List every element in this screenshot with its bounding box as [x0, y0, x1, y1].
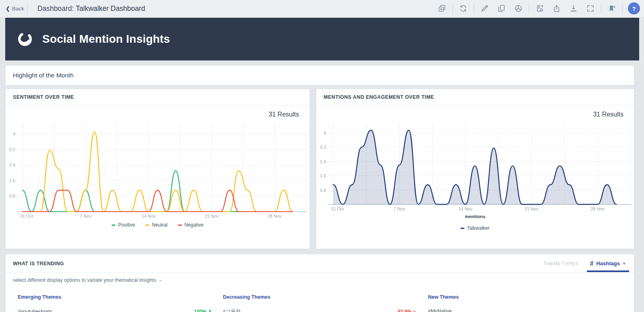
hashtags-selector-label: Hashtags [596, 260, 620, 266]
theme-change-value: 100%↗ [194, 308, 212, 312]
neutral-marker-icon [145, 225, 149, 226]
talkwalker-logo-icon [16, 30, 34, 48]
download-button[interactable] [565, 2, 582, 15]
trending-header: WHAT IS TRENDING THEME TYPES # Hashtags … [6, 254, 634, 273]
svg-text:7 Nov: 7 Nov [80, 214, 91, 218]
svg-text:21 Nov: 21 Nov [204, 214, 219, 218]
mentions-engagement-panel: MENTIONS AND ENGAGEMENT OVER TIME 31 Res… [316, 89, 634, 249]
highlight-of-month-card: Highlight of the Month [5, 65, 634, 85]
bookmark-button[interactable] [603, 2, 620, 15]
download-icon [569, 4, 578, 13]
divider [474, 3, 474, 14]
column-header: Emerging Themes [18, 294, 212, 300]
duplicate-dashboard-button[interactable] [433, 2, 450, 15]
mentions-axis-title: mentions [316, 214, 634, 219]
divider [622, 3, 623, 14]
divider [452, 3, 453, 14]
dashboard-banner: Social Mention Insights [5, 18, 639, 60]
list-item: #youtubeshorts 100%↗ [18, 308, 212, 312]
new-themes-column: New Themes #MyNative [428, 294, 622, 312]
svg-text:31 Oct: 31 Oct [331, 206, 344, 211]
back-button[interactable]: ❮ Back [5, 6, 27, 12]
list-item: #고윤정 92.9%↘ [223, 308, 417, 312]
theme-types-label: THEME TYPES [543, 261, 579, 266]
emerging-themes-column: Emerging Themes #youtubeshorts 100%↗ [18, 294, 212, 312]
copy-add-icon [438, 4, 446, 13]
svg-text:0.8: 0.8 [320, 188, 326, 193]
svg-text:1.6: 1.6 [320, 173, 326, 178]
svg-text:14 Nov: 14 Nov [458, 206, 473, 211]
theme-name[interactable]: #youtubeshorts [18, 309, 52, 312]
caret-down-icon: ▾ [623, 261, 625, 266]
theme-change-value: 92.9%↘ [398, 308, 417, 312]
shutter-icon [514, 4, 523, 13]
legend-item-negative[interactable]: Negative [178, 222, 203, 228]
legend-item-talkwalker[interactable]: Talkwalker [460, 225, 489, 231]
bookmark-add-icon [607, 4, 616, 13]
toolbar: ? [433, 2, 640, 15]
svg-text:14 Nov: 14 Nov [142, 214, 156, 218]
trending-columns: Emerging Themes #youtubeshorts 100%↗ Dec… [6, 284, 634, 312]
pencil-icon [480, 4, 489, 13]
mentions-area-chart[interactable]: 0.81.62.43.2431 Oct7 Nov14 Nov21 Nov28 N… [316, 119, 634, 213]
trending-title: WHAT IS TRENDING [13, 261, 64, 266]
legend-label: Talkwalker [467, 225, 489, 231]
divider [529, 3, 529, 14]
page-title: Dashboard: Talkwalker Dashboard [37, 4, 145, 13]
sentiment-over-time-panel: SENTIMENT OVER TIME 31 Results 0.81.62.4… [5, 89, 310, 249]
svg-text:4: 4 [324, 131, 326, 135]
column-header: New Themes [428, 294, 622, 300]
page-title-prefix: Dashboard: [37, 4, 74, 12]
what-is-trending-panel: WHAT IS TRENDING THEME TYPES # Hashtags … [5, 254, 634, 312]
svg-text:31 Oct: 31 Oct [20, 214, 33, 218]
refresh-icon [459, 4, 468, 13]
sentiment-panel-title: SENTIMENT OVER TIME [6, 89, 310, 106]
copy-icon [497, 4, 506, 13]
svg-text:2.4: 2.4 [9, 162, 15, 167]
legend-label: Negative [184, 222, 203, 228]
legend-label: Positive [118, 222, 135, 228]
divider [27, 3, 28, 14]
mentions-legend: Talkwalker [316, 225, 634, 231]
list-item: #MyNative [428, 308, 622, 312]
sentiment-line-chart[interactable]: 0.81.62.43.2431 Oct7 Nov14 Nov21 Nov28 N… [6, 119, 310, 220]
trend-up-icon: ↗ [207, 308, 212, 312]
hashtags-selector[interactable]: # Hashtags ▾ [589, 254, 627, 273]
hash-icon: # [590, 260, 594, 267]
talkwalker-marker-icon [460, 228, 464, 229]
decreasing-themes-column: Decreasing Themes #고윤정 92.9%↘ [223, 294, 417, 312]
create-alert-button[interactable] [531, 2, 548, 15]
help-button[interactable]: ? [628, 2, 640, 15]
legend-item-neutral[interactable]: Neutral [145, 222, 167, 228]
legend-item-positive[interactable]: Positive [111, 222, 135, 228]
trend-down-icon: ↘ [412, 308, 417, 312]
theme-name[interactable]: #MyNative [428, 308, 452, 312]
svg-text:28 Nov: 28 Nov [268, 214, 282, 218]
sentiment-results-count: 31 Results [6, 106, 310, 119]
svg-text:21 Nov: 21 Nov [524, 206, 539, 211]
refresh-button[interactable] [455, 2, 472, 15]
export-button[interactable] [548, 2, 565, 15]
copy-button[interactable] [493, 2, 510, 15]
fullscreen-icon [586, 4, 595, 13]
chevron-left-icon: ❮ [6, 6, 10, 11]
snapshot-button[interactable] [510, 2, 527, 15]
svg-text:2.4: 2.4 [320, 159, 326, 164]
svg-text:0.8: 0.8 [9, 193, 15, 198]
theme-type-controls: THEME TYPES # Hashtags ▾ [543, 254, 627, 273]
divider [601, 3, 601, 14]
back-label: Back [12, 6, 24, 12]
mentions-panel-title: MENTIONS AND ENGAGEMENT OVER TIME [316, 89, 634, 106]
export-icon [552, 4, 561, 13]
mentions-results-count: 31 Results [316, 106, 634, 119]
svg-text:4: 4 [13, 131, 15, 136]
edit-button[interactable] [476, 2, 493, 15]
negative-marker-icon [178, 225, 182, 226]
fullscreen-button[interactable] [582, 2, 599, 15]
svg-text:1.6: 1.6 [9, 178, 15, 183]
svg-text:7 Nov: 7 Nov [394, 206, 405, 211]
banner-title: Social Mention Insights [42, 33, 170, 46]
sentiment-legend: Positive Neutral Negative [6, 222, 310, 228]
help-icon: ? [632, 5, 636, 12]
theme-name[interactable]: #고윤정 [223, 308, 241, 312]
